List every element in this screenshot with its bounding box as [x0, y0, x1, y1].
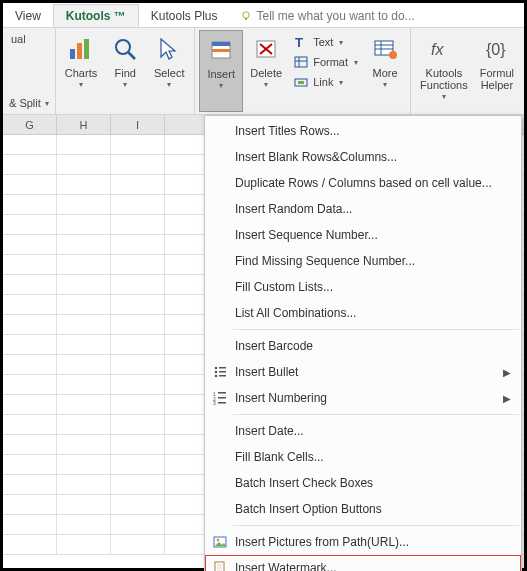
chevron-down-icon: ▾: [339, 78, 343, 87]
chevron-down-icon: ▾: [219, 81, 223, 90]
menu-insert-sequence-number[interactable]: Insert Sequence Number...: [205, 222, 521, 248]
chevron-down-icon: ▾: [264, 80, 268, 89]
svg-rect-9: [212, 49, 230, 52]
svg-rect-27: [219, 367, 226, 369]
numbered-list-icon: 123: [209, 388, 231, 408]
tab-kutools-plus[interactable]: Kutools Plus: [139, 5, 230, 27]
svg-rect-1: [245, 18, 247, 20]
svg-rect-40: [215, 562, 224, 571]
tab-kutools[interactable]: Kutools ™: [53, 4, 139, 27]
svg-point-5: [116, 40, 130, 54]
svg-text:3: 3: [213, 400, 216, 405]
svg-text:{0}: {0}: [486, 41, 506, 58]
insert-dropdown-menu: Insert Titles Rows... Insert Blank Rows&…: [204, 115, 522, 571]
menu-fill-blank-cells[interactable]: Fill Blank Cells...: [205, 444, 521, 470]
tell-me-search[interactable]: Tell me what you want to do...: [230, 5, 425, 27]
delete-button[interactable]: Delete ▾: [245, 30, 287, 112]
svg-point-23: [389, 51, 397, 59]
menu-separator: [233, 414, 519, 415]
bullet-list-icon: [209, 362, 231, 382]
svg-rect-2: [70, 49, 75, 59]
find-button[interactable]: Find ▾: [104, 30, 146, 112]
more-button[interactable]: More ▾: [364, 30, 406, 112]
menu-separator: [233, 525, 519, 526]
menu-insert-random-data[interactable]: Insert Random Data...: [205, 196, 521, 222]
svg-point-26: [215, 367, 218, 370]
cursor-icon: [153, 33, 185, 65]
submenu-arrow-icon: ▶: [503, 393, 511, 404]
lightbulb-icon: [240, 10, 252, 22]
split-button[interactable]: & Split▾: [7, 94, 51, 112]
formula-helper-button[interactable]: {0} Formul Helper: [475, 30, 519, 112]
svg-rect-14: [295, 57, 307, 67]
svg-rect-37: [218, 402, 226, 404]
menu-insert-bullet[interactable]: Insert Bullet ▶: [205, 359, 521, 385]
link-button[interactable]: Link▾: [289, 72, 362, 92]
svg-point-39: [217, 539, 220, 542]
menu-batch-option-buttons[interactable]: Batch Insert Option Buttons: [205, 496, 521, 522]
chart-icon: [65, 33, 97, 65]
svg-rect-29: [219, 371, 226, 373]
svg-line-6: [128, 52, 135, 59]
tab-view[interactable]: View: [3, 5, 53, 27]
svg-rect-3: [77, 43, 82, 59]
text-icon: T: [293, 34, 309, 50]
format-button[interactable]: Format▾: [289, 52, 362, 72]
submenu-arrow-icon: ▶: [503, 367, 511, 378]
menu-insert-titles-rows[interactable]: Insert Titles Rows...: [205, 118, 521, 144]
menu-insert-watermark[interactable]: Insert Watermark...: [205, 555, 521, 571]
svg-rect-4: [84, 39, 89, 59]
svg-point-30: [215, 375, 218, 378]
insert-button[interactable]: Insert ▾: [199, 30, 243, 112]
menu-fill-custom-lists[interactable]: Fill Custom Lists...: [205, 274, 521, 300]
partial-label-ual: ual: [7, 30, 51, 48]
chevron-down-icon: ▾: [442, 92, 446, 101]
svg-rect-8: [212, 42, 230, 46]
col-header[interactable]: I: [111, 115, 165, 134]
fx-icon: fx: [428, 33, 460, 65]
menu-separator: [233, 329, 519, 330]
menu-find-missing-sequence[interactable]: Find Missing Sequence Number...: [205, 248, 521, 274]
insert-icon: [205, 34, 237, 66]
svg-rect-18: [298, 81, 304, 84]
svg-point-0: [242, 12, 248, 18]
menu-list-combinations[interactable]: List All Combinations...: [205, 300, 521, 326]
menu-insert-pictures[interactable]: Insert Pictures from Path(URL)...: [205, 529, 521, 555]
more-icon: [369, 33, 401, 65]
col-header[interactable]: H: [57, 115, 111, 134]
menu-insert-blank-rows-columns[interactable]: Insert Blank Rows&Columns...: [205, 144, 521, 170]
picture-icon: [209, 532, 231, 552]
chevron-down-icon: ▾: [45, 99, 49, 108]
chevron-down-icon: ▾: [123, 80, 127, 89]
chevron-down-icon: ▾: [339, 38, 343, 47]
ribbon-tabs: View Kutools ™ Kutools Plus Tell me what…: [3, 3, 524, 27]
kutools-functions-button[interactable]: fx Kutools Functions ▾: [415, 30, 473, 112]
svg-rect-35: [218, 397, 226, 399]
menu-batch-check-boxes[interactable]: Batch Insert Check Boxes: [205, 470, 521, 496]
menu-insert-numbering[interactable]: 123 Insert Numbering ▶: [205, 385, 521, 411]
text-button[interactable]: T Text▾: [289, 32, 362, 52]
delete-icon: [250, 33, 282, 65]
col-header[interactable]: G: [3, 115, 57, 134]
charts-button[interactable]: Charts ▾: [60, 30, 102, 112]
menu-insert-barcode[interactable]: Insert Barcode: [205, 333, 521, 359]
format-icon: [293, 54, 309, 70]
menu-duplicate-rows-columns[interactable]: Duplicate Rows / Columns based on cell v…: [205, 170, 521, 196]
svg-text:fx: fx: [431, 41, 444, 58]
svg-text:T: T: [295, 35, 303, 49]
ribbon: ual & Split▾ Charts ▾ Find ▾: [3, 27, 524, 115]
chevron-down-icon: ▾: [79, 80, 83, 89]
svg-point-28: [215, 371, 218, 374]
link-icon: [293, 74, 309, 90]
tell-me-label: Tell me what you want to do...: [257, 9, 415, 23]
search-icon: [109, 33, 141, 65]
select-button[interactable]: Select ▾: [148, 30, 190, 112]
menu-insert-date[interactable]: Insert Date...: [205, 418, 521, 444]
watermark-icon: [209, 558, 231, 571]
chevron-down-icon: ▾: [167, 80, 171, 89]
chevron-down-icon: ▾: [354, 58, 358, 67]
svg-rect-33: [218, 392, 226, 394]
braces-icon: {0}: [481, 33, 513, 65]
svg-rect-31: [219, 375, 226, 377]
chevron-down-icon: ▾: [383, 80, 387, 89]
